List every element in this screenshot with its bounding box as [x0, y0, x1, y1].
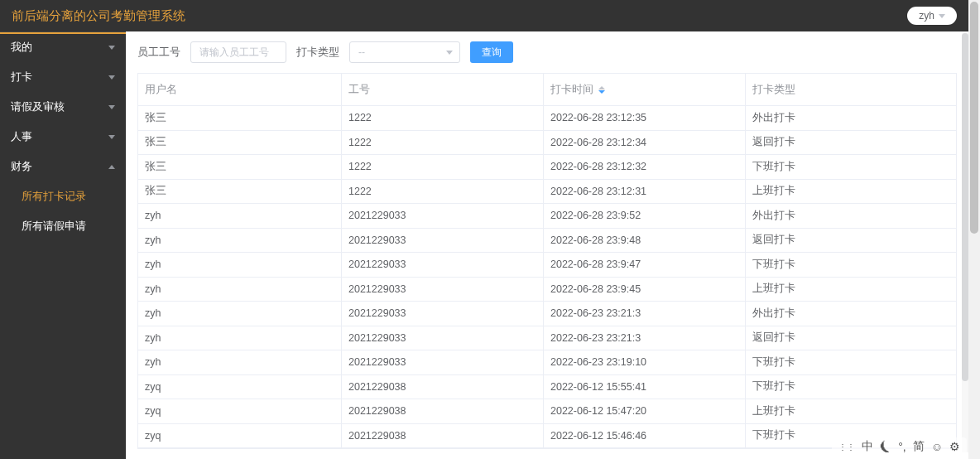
sidebar-item-label: 打卡 — [11, 70, 32, 85]
ime-item[interactable]: °, — [898, 440, 906, 453]
cell-type: 下班打卡 — [746, 375, 956, 399]
cell-user: zyq — [138, 424, 342, 448]
cell-user: 张三 — [138, 131, 342, 155]
cell-user: zyq — [138, 399, 342, 423]
type-select[interactable]: -- — [349, 41, 460, 63]
search-bar: 员工工号 打卡类型 -- 查询 — [126, 31, 968, 73]
cell-time: 2022-06-23 23:21:3 — [544, 302, 746, 326]
table-row[interactable]: zyh20212290332022-06-28 23:9:47下班打卡 — [138, 253, 956, 278]
cell-user: 张三 — [138, 106, 342, 130]
cell-type: 下班打卡 — [746, 350, 956, 374]
table-row[interactable]: 张三12222022-06-28 23:12:35外出打卡 — [138, 106, 956, 131]
query-button[interactable]: 查询 — [470, 41, 513, 63]
cell-user: zyh — [138, 229, 342, 253]
sidebar-item[interactable]: 请假及审核 — [0, 92, 126, 122]
cell-type: 上班打卡 — [746, 180, 956, 204]
sidebar-item[interactable]: 打卡 — [0, 62, 126, 92]
cell-time: 2022-06-23 23:21:3 — [544, 326, 746, 350]
cell-type: 外出打卡 — [746, 106, 956, 130]
ime-item[interactable]: ☺ — [931, 440, 943, 453]
cell-empid: 2021229038 — [342, 375, 544, 399]
cell-type: 上班打卡 — [746, 399, 956, 423]
sidebar: 我的打卡请假及审核人事财务所有打卡记录所有请假申请 — [0, 31, 126, 459]
table-row[interactable]: zyh20212290332022-06-28 23:9:52外出打卡 — [138, 204, 956, 229]
sidebar-item-label: 人事 — [11, 129, 32, 144]
cell-user: zyh — [138, 204, 342, 228]
records-table: 用户名 工号 打卡时间 打卡类型 张三12222022-06-28 23:12:… — [137, 73, 957, 449]
cell-time: 2022-06-12 15:46:46 — [544, 424, 746, 448]
cell-type: 下班打卡 — [746, 253, 956, 277]
cell-time: 2022-06-28 23:9:48 — [544, 229, 746, 253]
ime-grip-icon[interactable]: ⋮⋮ — [838, 442, 855, 452]
chevron-down-icon — [446, 51, 453, 55]
scrollbar-thumb[interactable] — [962, 33, 968, 381]
cell-time: 2022-06-23 23:19:10 — [544, 350, 746, 374]
app-header: 前后端分离的公司考勤管理系统 zyh — [0, 0, 968, 31]
cell-time: 2022-06-28 23:9:47 — [544, 253, 746, 277]
chevron-down-icon — [108, 46, 115, 50]
inner-scrollbar[interactable] — [962, 33, 968, 452]
table-row[interactable]: zyh20212290332022-06-23 23:21:3返回打卡 — [138, 326, 956, 351]
sidebar-item[interactable]: 人事 — [0, 122, 126, 152]
cell-type: 外出打卡 — [746, 302, 956, 326]
column-empid[interactable]: 工号 — [342, 74, 544, 105]
cell-user: 张三 — [138, 180, 342, 204]
cell-empid: 2021229033 — [342, 229, 544, 253]
cell-empid: 2021229038 — [342, 424, 544, 448]
table-row[interactable]: 张三12222022-06-28 23:12:31上班打卡 — [138, 180, 956, 205]
table-row[interactable]: zyh20212290332022-06-23 23:21:3外出打卡 — [138, 302, 956, 326]
cell-type: 下班打卡 — [746, 155, 956, 179]
cell-time: 2022-06-28 23:12:35 — [544, 106, 746, 130]
cell-empid: 2021229033 — [342, 326, 544, 350]
cell-time: 2022-06-28 23:12:32 — [544, 155, 746, 179]
table-row[interactable]: zyq20212290382022-06-12 15:47:20上班打卡 — [138, 399, 956, 424]
cell-type: 返回打卡 — [746, 326, 956, 350]
table-row[interactable]: zyh20212290332022-06-28 23:9:48返回打卡 — [138, 229, 956, 254]
table-row[interactable]: 张三12222022-06-28 23:12:34返回打卡 — [138, 131, 956, 156]
cell-empid: 2021229033 — [342, 204, 544, 228]
ime-toolbar[interactable]: ⋮⋮中⏾°,简☺⚙ — [832, 437, 967, 456]
table-row[interactable]: 张三12222022-06-28 23:12:32下班打卡 — [138, 155, 956, 180]
sort-icon[interactable] — [598, 86, 605, 94]
table-row[interactable]: zyq20212290382022-06-12 15:55:41下班打卡 — [138, 375, 956, 400]
ime-item[interactable]: ⚙ — [949, 440, 960, 453]
cell-user: 张三 — [138, 155, 342, 179]
cell-user: zyh — [138, 253, 342, 277]
cell-user: zyq — [138, 375, 342, 399]
cell-empid: 2021229033 — [342, 302, 544, 326]
sidebar-subitem[interactable]: 所有请假申请 — [0, 211, 126, 241]
cell-type: 上班打卡 — [746, 278, 956, 302]
column-user[interactable]: 用户名 — [138, 74, 342, 105]
table-header: 用户名 工号 打卡时间 打卡类型 — [138, 73, 956, 106]
cell-empid: 1222 — [342, 106, 544, 130]
type-label: 打卡类型 — [296, 45, 339, 60]
table-body: 张三12222022-06-28 23:12:35外出打卡张三12222022-… — [138, 106, 956, 448]
ime-item[interactable]: 中 — [862, 439, 873, 454]
cell-empid: 2021229033 — [342, 278, 544, 302]
ime-item[interactable]: ⏾ — [880, 440, 891, 453]
sidebar-item[interactable]: 我的 — [0, 32, 126, 62]
chevron-down-icon — [108, 135, 115, 139]
sidebar-item-label: 请假及审核 — [11, 99, 65, 114]
chevron-down-icon — [939, 14, 945, 18]
cell-time: 2022-06-28 23:12:31 — [544, 180, 746, 204]
table-row[interactable]: zyh20212290332022-06-23 23:19:10下班打卡 — [138, 350, 956, 375]
user-dropdown[interactable]: zyh — [907, 7, 957, 25]
employee-id-input[interactable] — [190, 41, 286, 63]
cell-type: 返回打卡 — [746, 131, 956, 155]
cell-time: 2022-06-28 23:12:34 — [544, 131, 746, 155]
outer-scrollbar[interactable] — [968, 0, 980, 459]
employee-id-label: 员工工号 — [137, 45, 180, 60]
main-content: 员工工号 打卡类型 -- 查询 用户名 工号 打卡时间 — [126, 31, 968, 459]
ime-item[interactable]: 简 — [913, 439, 925, 454]
cell-time: 2022-06-28 23:9:52 — [544, 204, 746, 228]
cell-type: 返回打卡 — [746, 229, 956, 253]
sidebar-item[interactable]: 财务 — [0, 152, 126, 181]
sidebar-subitem[interactable]: 所有打卡记录 — [0, 181, 126, 211]
scrollbar-thumb[interactable] — [970, 2, 978, 234]
column-time[interactable]: 打卡时间 — [544, 74, 746, 105]
cell-time: 2022-06-12 15:55:41 — [544, 375, 746, 399]
table-row[interactable]: zyh20212290332022-06-28 23:9:45上班打卡 — [138, 278, 956, 302]
column-type[interactable]: 打卡类型 — [746, 74, 956, 105]
sidebar-item-label: 我的 — [11, 40, 32, 55]
